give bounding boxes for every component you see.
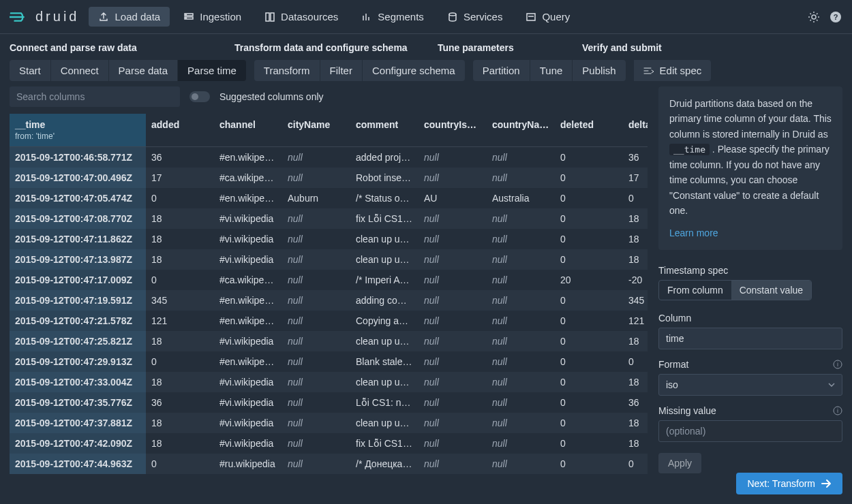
svg-rect-11	[527, 14, 535, 20]
settings-button[interactable]	[807, 10, 821, 24]
col-countryname[interactable]: countryName	[487, 114, 555, 146]
table-cell: 18	[623, 413, 648, 433]
apply-button[interactable]: Apply	[658, 453, 701, 473]
table-row: 2015-09-12T00:47:13.987Z18#vi.wikipedian…	[10, 249, 648, 270]
table-cell: 0	[146, 454, 214, 474]
table-cell: 2015-09-12T00:47:44.963Z	[10, 454, 146, 474]
step-start[interactable]: Start	[10, 60, 50, 81]
data-preview-table: __time from: 'time' added channel cityNa…	[10, 114, 648, 494]
table-cell: 121	[623, 311, 648, 331]
missing-value-input[interactable]	[658, 420, 842, 442]
nav-datasources[interactable]: Datasources	[255, 7, 348, 27]
table-cell: 18	[623, 249, 648, 270]
nav-segments[interactable]: Segments	[352, 7, 433, 27]
step-transform[interactable]: Transform	[254, 60, 320, 81]
table-cell: #vi.wikipedia	[214, 331, 282, 351]
nav-load-data[interactable]: Load data	[89, 7, 170, 27]
table-cell: #vi.wikipedia	[214, 249, 282, 270]
table-cell: clean up usin…	[350, 372, 419, 392]
table-row: 2015-09-12T00:46:58.771Z36#en.wikipedian…	[10, 146, 648, 168]
step-publish[interactable]: Publish	[573, 60, 625, 81]
col-delta[interactable]: delta	[623, 114, 648, 146]
suggested-columns-toggle[interactable]	[189, 91, 210, 102]
help-button[interactable]: ?	[829, 10, 842, 24]
table-cell: Blank stale…•••	[350, 351, 419, 372]
table-cell: 2015-09-12T00:47:05.474Z	[10, 188, 146, 208]
step-parse-data[interactable]: Parse data	[109, 60, 178, 81]
table-cell: fix Lỗi CS1: n…	[350, 208, 419, 229]
table-row: 2015-09-12T00:47:35.776Z36#vi.wikipedian…	[10, 392, 648, 413]
wizard-steps: Start Connect Parse data Parse time Tran…	[0, 56, 852, 86]
group-connect: Connect and parse raw data	[10, 42, 207, 53]
svg-point-3	[186, 14, 187, 15]
table-cell: 0	[555, 146, 623, 168]
col-comment[interactable]: comment	[350, 114, 419, 146]
next-button-label: Next: Transform	[747, 478, 815, 489]
table-cell: 17	[146, 168, 214, 188]
table-cell: 20	[555, 270, 623, 290]
from-column-button[interactable]: From column	[659, 281, 731, 300]
col-countryisocode[interactable]: countryIsoCo…	[419, 114, 487, 146]
format-select[interactable]: iso	[658, 374, 842, 396]
learn-more-link[interactable]: Learn more	[669, 225, 718, 240]
table-cell: 121	[146, 311, 214, 331]
table-cell: AU	[419, 188, 487, 208]
column-input[interactable]	[658, 328, 842, 349]
nav-label: Ingestion	[200, 11, 241, 22]
app-name: druid	[35, 9, 79, 25]
table-cell: null	[282, 208, 350, 229]
table-cell: clean up usin…	[350, 229, 419, 249]
table-cell: 18	[623, 208, 648, 229]
table-cell: Copying asse…	[350, 311, 419, 331]
timestamp-spec-label: Timestamp spec	[658, 265, 842, 276]
search-columns-input[interactable]	[10, 86, 180, 107]
table-cell: 0	[555, 168, 623, 188]
table-cell: 2015-09-12T00:47:17.009Z	[10, 270, 146, 290]
step-partition[interactable]: Partition	[473, 60, 530, 81]
table-cell: 0	[555, 454, 623, 474]
info-icon[interactable]: i	[833, 360, 842, 369]
step-tune[interactable]: Tune	[530, 60, 573, 81]
table-cell: null	[419, 351, 487, 372]
table-cell: clean up usin…	[350, 331, 419, 351]
table-cell: null	[419, 413, 487, 433]
table-cell: 2015-09-12T00:46:58.771Z	[10, 146, 146, 168]
table-cell: null	[419, 311, 487, 331]
svg-text:i: i	[837, 407, 838, 414]
constant-value-button[interactable]: Constant value	[731, 281, 811, 300]
next-button[interactable]: Next: Transform	[736, 473, 842, 494]
nav-services[interactable]: Services	[438, 7, 513, 27]
table-cell: 36	[146, 392, 214, 413]
table-cell: added project	[350, 146, 419, 168]
table-cell: null	[487, 331, 555, 351]
step-connect[interactable]: Connect	[51, 60, 108, 81]
svg-rect-6	[271, 13, 274, 21]
nav-ingestion[interactable]: Ingestion	[174, 7, 251, 27]
table-cell: null	[282, 270, 350, 290]
col-deleted[interactable]: deleted	[555, 114, 623, 146]
table-cell: null	[487, 311, 555, 331]
nav-query[interactable]: Query	[516, 7, 579, 27]
col-cityname[interactable]: cityName	[282, 114, 350, 146]
table-cell: 0	[146, 351, 214, 372]
step-filter[interactable]: Filter	[320, 60, 362, 81]
col-time[interactable]: __time from: 'time'	[10, 114, 146, 146]
col-channel[interactable]: channel	[214, 114, 282, 146]
col-added[interactable]: added	[146, 114, 214, 146]
table-cell: Australia	[487, 188, 555, 208]
info-icon[interactable]: i	[833, 406, 842, 415]
timestamp-mode-group: From column Constant value	[658, 280, 812, 300]
table-cell: 2015-09-12T00:47:29.913Z	[10, 351, 146, 372]
chevron-down-icon	[828, 383, 835, 387]
table-cell: #vi.wikipedia	[214, 433, 282, 454]
table-cell: 0	[146, 270, 214, 290]
step-configure-schema[interactable]: Configure schema	[363, 60, 465, 81]
upload-icon	[98, 12, 109, 22]
step-parse-time[interactable]: Parse time	[178, 60, 246, 81]
step-edit-spec[interactable]: Edit spec	[634, 60, 712, 81]
table-row: 2015-09-12T00:47:19.591Z345#en.wikipedia…	[10, 290, 648, 311]
table-cell: 0	[555, 229, 623, 249]
table-cell: 2015-09-12T00:47:33.004Z	[10, 372, 146, 392]
table-cell: 2015-09-12T00:47:37.881Z	[10, 413, 146, 433]
wizard-group-labels: Connect and parse raw data Transform dat…	[0, 34, 852, 56]
